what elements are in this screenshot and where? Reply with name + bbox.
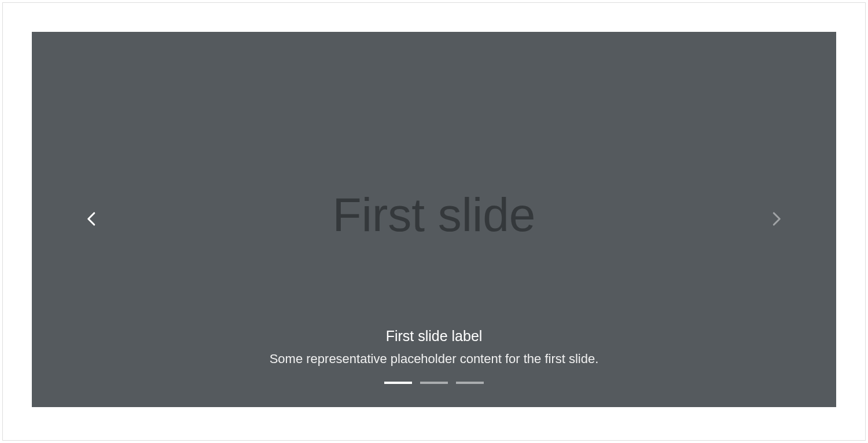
example-frame: First slide First slide label Some repre…: [2, 2, 866, 441]
chevron-right-icon: [767, 210, 785, 229]
caption-description: Some representative placeholder content …: [153, 352, 716, 367]
carousel-prev-button[interactable]: [32, 32, 153, 407]
carousel-next-button[interactable]: [716, 32, 837, 407]
chevron-left-icon: [83, 210, 101, 229]
slide-placeholder-text: First slide: [333, 188, 536, 242]
carousel-indicator-1[interactable]: [384, 382, 412, 384]
carousel-indicators: [384, 382, 484, 384]
carousel-indicator-2[interactable]: [420, 382, 448, 384]
caption-title: First slide label: [153, 328, 716, 345]
carousel-indicator-3[interactable]: [456, 382, 484, 384]
carousel: First slide First slide label Some repre…: [32, 32, 836, 407]
carousel-caption: First slide label Some representative pl…: [153, 328, 716, 367]
